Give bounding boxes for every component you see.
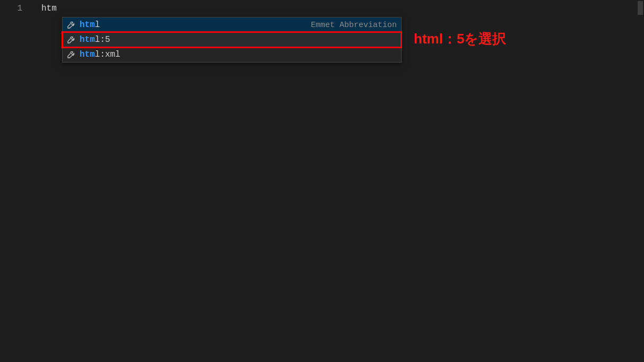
autocomplete-item[interactable]: html Emmet Abbreviation <box>63 17 401 32</box>
vertical-scrollbar[interactable] <box>637 0 644 362</box>
autocomplete-item-detail: Emmet Abbreviation <box>311 21 397 30</box>
line-number: 1 <box>0 2 32 15</box>
wrench-icon <box>66 20 76 30</box>
autocomplete-popup[interactable]: html Emmet Abbreviation html:5 html:xml <box>62 17 402 63</box>
line-number-gutter: 1 <box>0 0 32 362</box>
wrench-icon <box>66 49 76 60</box>
autocomplete-item[interactable]: html:5 <box>63 32 401 47</box>
code-line[interactable]: htm <box>32 2 644 15</box>
autocomplete-item-label: html:xml <box>80 50 120 59</box>
scrollbar-thumb[interactable] <box>638 1 643 15</box>
callout-annotation: html：5を選択 <box>414 30 506 48</box>
wrench-icon <box>66 34 76 45</box>
autocomplete-item-label: html:5 <box>80 35 110 45</box>
autocomplete-item[interactable]: html:xml <box>63 47 401 62</box>
autocomplete-item-label: html <box>80 20 100 30</box>
